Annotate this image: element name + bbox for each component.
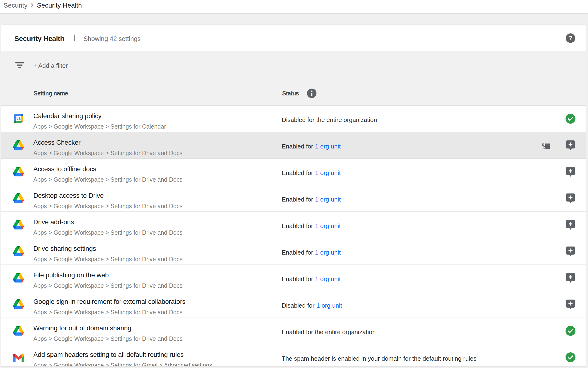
svg-text:31: 31 xyxy=(16,116,21,120)
